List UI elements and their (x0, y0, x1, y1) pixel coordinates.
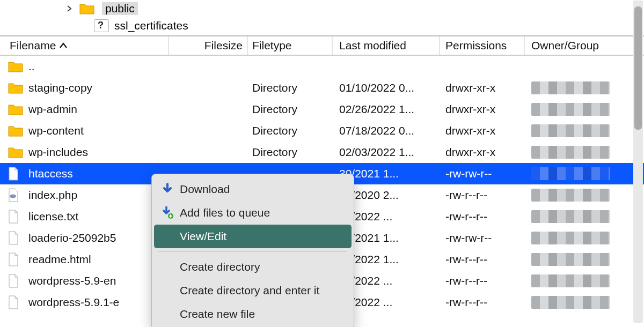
redacted-owner (531, 146, 610, 159)
blank-icon (159, 307, 175, 321)
svg-point-0 (10, 195, 16, 198)
file-name-label: loaderio-25092b5 (28, 232, 116, 244)
file-permissions-cell: -rw-r--r-- (440, 189, 525, 202)
file-name-cell: loaderio-25092b5 (0, 231, 169, 245)
menu-item-download[interactable]: Download (152, 177, 354, 201)
file-name-label: wp-content (28, 124, 84, 137)
menu-item-create-file[interactable]: Create new file (152, 302, 354, 326)
column-header-filesize[interactable]: Filesize (169, 36, 248, 55)
menu-separator (158, 251, 347, 252)
column-header-owner[interactable]: Owner/Group (525, 36, 613, 55)
file-name-label: wp-includes (28, 146, 88, 159)
file-name-cell: wordpress-5.9.1-e (0, 295, 169, 309)
column-header-filetype[interactable]: Filetype (248, 36, 333, 55)
file-row[interactable]: wp-includesDirectory02/03/2022 1...drwxr… (0, 142, 644, 163)
file-name-cell: wp-admin (0, 102, 169, 116)
file-icon (8, 295, 24, 309)
blank-icon (159, 284, 175, 298)
file-name-cell: index.php (0, 188, 169, 202)
file-permissions-cell: -rw-r--r-- (440, 210, 525, 223)
file-icon (8, 210, 24, 224)
menu-item-label: View/Edit (180, 230, 226, 243)
file-name-label: wordpress-5.9.1-e (28, 296, 119, 309)
file-type-cell: Directory (248, 146, 333, 159)
file-owner-cell (525, 103, 613, 116)
download-icon (159, 182, 175, 196)
file-owner-cell (525, 81, 613, 94)
chevron-right-icon[interactable] (64, 3, 74, 14)
sort-ascending-icon (59, 40, 68, 51)
unknown-icon (94, 19, 109, 32)
file-name-label: htaccess (28, 167, 73, 180)
blank-icon (159, 260, 175, 274)
file-name-label: license.txt (28, 210, 78, 223)
main-scrollbar[interactable] (633, 1, 643, 323)
file-name-cell: wp-includes (0, 145, 169, 159)
redacted-owner (531, 296, 610, 309)
column-headers: Filename Filesize Filetype Last modified… (0, 36, 644, 56)
file-owner-cell (525, 232, 613, 244)
file-modified-cell: 02/26/2022 1... (333, 103, 440, 116)
file-modified-cell: 01/10/2022 0... (333, 81, 440, 94)
file-type-cell: Directory (248, 103, 333, 116)
file-row[interactable]: .. (0, 56, 644, 77)
file-name-cell: license.txt (0, 210, 169, 224)
redacted-owner (531, 232, 610, 244)
file-name-cell: .. (0, 60, 169, 73)
file-icon (8, 167, 24, 181)
menu-item-label: Create directory (180, 261, 260, 273)
file-owner-cell (525, 210, 613, 223)
file-name-label: wordpress-5.9-en (28, 274, 116, 287)
menu-item-add-queue[interactable]: Add files to queue (152, 201, 354, 225)
menu-item-create-dir[interactable]: Create directory (152, 255, 354, 279)
file-name-cell: staging-copy (0, 81, 169, 95)
blank-icon (159, 229, 175, 243)
file-owner-cell (525, 124, 613, 137)
file-type-cell: Directory (248, 124, 333, 137)
file-permissions-cell: -rw-rw-r-- (440, 167, 525, 180)
file-owner-cell (525, 189, 613, 202)
add-to-queue-icon (159, 206, 175, 220)
file-owner-cell (525, 253, 613, 266)
file-icon (8, 231, 24, 245)
file-row[interactable]: wp-adminDirectory02/26/2022 1...drwxr-xr… (0, 99, 644, 120)
menu-item-label: Add files to queue (180, 206, 270, 219)
redacted-owner (531, 210, 610, 223)
scrollbar-thumb[interactable] (634, 6, 642, 130)
file-name-label: index.php (28, 189, 77, 202)
folder-icon (8, 124, 24, 138)
file-name-label: staging-copy (28, 81, 92, 94)
file-icon (8, 252, 24, 266)
file-permissions-cell: -rw-rw-r-- (440, 232, 525, 244)
file-row[interactable]: wp-contentDirectory07/18/2022 0...drwxr-… (0, 120, 644, 142)
file-name-label: readme.html (28, 253, 91, 266)
redacted-owner (531, 189, 610, 202)
file-name-label: .. (28, 60, 35, 73)
file-name-label: wp-admin (28, 103, 77, 116)
menu-item-label: Create directory and enter it (180, 284, 319, 297)
file-owner-cell (525, 296, 613, 309)
tree-item-ssl[interactable]: ssl_certificates (0, 17, 644, 34)
file-modified-cell: 02/03/2022 1... (333, 146, 440, 159)
redacted-owner (531, 124, 610, 137)
tree-item-label: public (102, 2, 138, 15)
redacted-owner (531, 103, 610, 116)
file-row[interactable]: staging-copyDirectory01/10/2022 0...drwx… (0, 77, 644, 99)
column-header-modified[interactable]: Last modified (333, 36, 440, 55)
tree-panel: public ssl_certificates (0, 0, 644, 36)
file-permissions-cell: -rw-r--r-- (440, 253, 525, 266)
redacted-owner (531, 167, 610, 180)
context-menu: Download Add files to queue View/Edit Cr… (151, 174, 354, 327)
menu-item-create-dir-enter[interactable]: Create directory and enter it (152, 279, 354, 302)
column-header-filename[interactable]: Filename (0, 36, 169, 55)
folder-icon (8, 145, 24, 159)
file-name-cell: wordpress-5.9-en (0, 274, 169, 288)
file-name-cell: wp-content (0, 124, 169, 138)
file-name-cell: readme.html (0, 252, 169, 266)
folder-icon (79, 2, 96, 16)
file-owner-cell (525, 167, 613, 180)
menu-item-view-edit[interactable]: View/Edit (154, 225, 352, 248)
redacted-owner (531, 81, 610, 94)
column-header-permissions[interactable]: Permissions (440, 36, 525, 55)
tree-item-public[interactable]: public (0, 0, 644, 17)
